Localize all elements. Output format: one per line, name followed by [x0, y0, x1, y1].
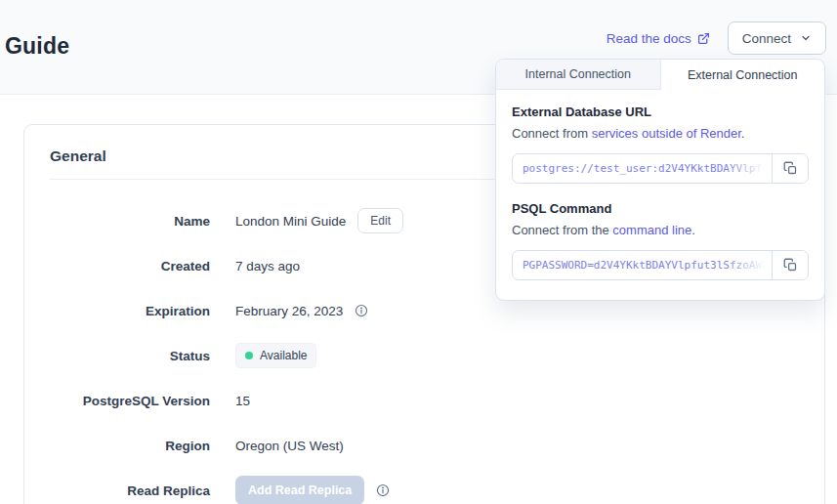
- external-db-url-heading: External Database URL: [512, 105, 809, 119]
- row-read-replica-label: Read Replica: [50, 483, 210, 498]
- row-region: Region Oregon (US West): [24, 423, 824, 468]
- copy-external-db-url-button[interactable]: [772, 154, 808, 183]
- connection-tabs: Internal Connection External Connection: [496, 60, 824, 90]
- row-status-label: Status: [50, 349, 210, 363]
- row-postgresql-version-label: PostgreSQL Version: [50, 394, 210, 408]
- header-actions: Read the docs Connect: [607, 21, 826, 55]
- row-read-replica: Read Replica Add Read Replica: [24, 468, 824, 504]
- created-value: 7 days ago: [235, 259, 300, 273]
- read-the-docs-link[interactable]: Read the docs: [607, 31, 710, 46]
- read-the-docs-label: Read the docs: [607, 31, 691, 46]
- row-name-label: Name: [50, 214, 210, 229]
- row-expiration-label: Expiration: [50, 304, 210, 318]
- services-outside-render-link[interactable]: services outside of Render: [592, 126, 741, 141]
- copy-psql-command-button[interactable]: [772, 251, 808, 279]
- expiration-info-icon[interactable]: [355, 304, 368, 317]
- psql-command-value: PGPASSWORD=d2V4YKktBDAYVlpfut3lSfzoAWhwb…: [523, 259, 772, 272]
- psql-command-input[interactable]: PGPASSWORD=d2V4YKktBDAYVlpfut3lSfzoAWhwb…: [513, 251, 772, 279]
- row-status: Status Available: [24, 333, 824, 378]
- desc-text: .: [741, 126, 745, 141]
- read-replica-info-icon[interactable]: [376, 483, 390, 497]
- external-db-url-description: Connect from services outside of Render.: [512, 126, 809, 141]
- edit-name-button[interactable]: Edit: [357, 208, 403, 233]
- row-created-label: Created: [50, 259, 210, 273]
- region-value: Oregon (US West): [235, 439, 344, 453]
- add-read-replica-button[interactable]: Add Read Replica: [235, 476, 364, 504]
- tab-external-connection[interactable]: External Connection: [661, 60, 825, 90]
- copy-icon: [783, 258, 798, 273]
- external-link-icon: [697, 32, 710, 45]
- connect-button-label: Connect: [742, 31, 791, 46]
- status-badge-label: Available: [260, 349, 307, 362]
- external-db-url-value: postgres://test_user:d2V4YKktBDAYVlpfut3…: [523, 162, 772, 175]
- connect-button[interactable]: Connect: [728, 21, 826, 55]
- tab-internal-connection[interactable]: Internal Connection: [496, 60, 661, 90]
- external-db-url-field-group: postgres://test_user:d2V4YKktBDAYVlpfut3…: [512, 153, 809, 184]
- psql-command-heading: PSQL Command: [512, 201, 809, 216]
- desc-text: Connect from the: [512, 223, 612, 237]
- page-title: Guide: [5, 33, 69, 60]
- connect-panel-body: External Database URL Connect from servi…: [496, 90, 824, 300]
- psql-command-description: Connect from the command line.: [512, 223, 809, 237]
- connect-dropdown-panel: Internal Connection External Connection …: [495, 59, 825, 301]
- psql-command-field-group: PGPASSWORD=d2V4YKktBDAYVlpfut3lSfzoAWhwb…: [512, 250, 809, 280]
- postgresql-version-value: 15: [235, 394, 250, 408]
- desc-text: Connect from: [512, 126, 592, 141]
- external-db-url-input[interactable]: postgres://test_user:d2V4YKktBDAYVlpfut3…: [513, 154, 772, 183]
- row-postgresql-version: PostgreSQL Version 15: [24, 378, 824, 423]
- expiration-value: February 26, 2023: [235, 304, 343, 318]
- status-available-dot-icon: [245, 352, 253, 359]
- database-name-value: London Mini Guide: [235, 214, 346, 229]
- copy-icon: [783, 161, 798, 176]
- desc-text: .: [691, 223, 695, 237]
- chevron-down-icon: [800, 32, 812, 44]
- row-region-label: Region: [50, 439, 210, 453]
- status-badge: Available: [235, 343, 316, 368]
- command-line-link[interactable]: command line: [612, 223, 691, 237]
